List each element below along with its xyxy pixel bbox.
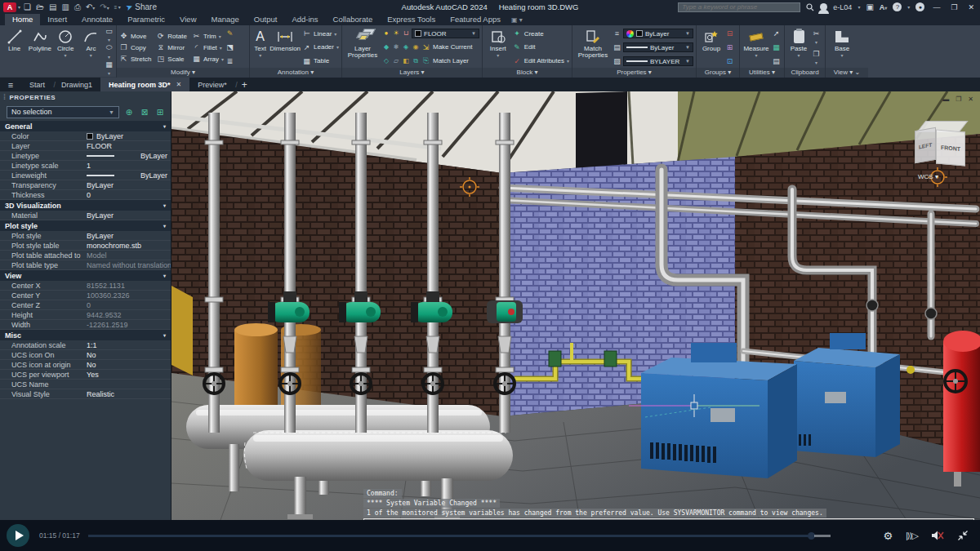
customize-qat-icon[interactable]: ≡ ▾ [114, 4, 121, 10]
clipboard-panel-label[interactable]: Clipboard [785, 68, 825, 78]
property-row[interactable]: Height9442.9532 [0, 310, 171, 320]
layer-vpfreeze-icon[interactable]: ◧ [402, 57, 410, 65]
property-row[interactable]: UCS per viewportYes [0, 370, 171, 380]
property-value[interactable]: Named without translation... [87, 261, 171, 269]
annotation-panel-label[interactable]: Annotation ▾ [250, 68, 341, 78]
modify-panel-label[interactable]: Modify ▾ [117, 68, 249, 78]
search-input[interactable] [678, 2, 800, 12]
utilities-panel-label[interactable]: Utilities ▾ [740, 68, 784, 78]
property-value[interactable]: 1 [87, 162, 171, 170]
open-file-icon[interactable]: 🗁 [36, 2, 44, 11]
block-edit-button[interactable]: ✎Edit [513, 42, 569, 52]
layer-lock-icon[interactable]: ◈ [402, 43, 410, 51]
property-row[interactable]: TransparencyByLayer [0, 180, 171, 190]
new-drawing-tab-button[interactable]: + [235, 78, 254, 91]
transparency-icon[interactable]: ▨ [612, 57, 621, 65]
match-properties-button[interactable]: Match Properties [575, 27, 611, 68]
viewport-restore-icon[interactable]: ❐ [956, 96, 961, 103]
layer-on-icon[interactable]: ● [382, 29, 390, 38]
ribbon-display-toggle-icon[interactable]: ▣ ▾ [511, 16, 523, 24]
notification-icon[interactable]: ● [915, 2, 924, 11]
select-objects-icon[interactable]: ⊠ [139, 107, 150, 118]
restore-button[interactable]: ❐ [948, 3, 960, 11]
paste-button[interactable]: Paste▾ [787, 27, 810, 68]
viewport-minimize-icon[interactable]: ▬ [942, 96, 949, 103]
ribbon-tab-featured-apps[interactable]: Featured Apps [443, 14, 508, 25]
ribbon-tab-view[interactable]: View [172, 14, 203, 25]
layer-walk-icon[interactable]: ▱ [392, 57, 400, 65]
property-row[interactable]: Plot styleByLayer [0, 231, 171, 241]
move-button[interactable]: ✥Move [119, 31, 151, 42]
property-value[interactable]: ByLayer [87, 181, 171, 189]
help-icon[interactable]: ? [893, 2, 902, 11]
autodesk-a-icon[interactable]: A▾ [880, 3, 888, 11]
file-tab-start[interactable]: Start/ [21, 78, 53, 91]
layer-off-icon[interactable]: ◉ [412, 43, 420, 51]
property-value[interactable]: Realistic [87, 390, 171, 398]
layer-properties-button[interactable]: Layer Properties [345, 27, 381, 68]
fillet-button[interactable]: ◜Fillet ▾ [192, 42, 224, 53]
property-value[interactable]: 81552.1131 [87, 282, 171, 290]
property-row[interactable]: LineweightByLayer [0, 171, 171, 180]
layer-freeze-icon[interactable]: ❄ [392, 43, 400, 51]
make-current-button[interactable]: ⇲Make Current [421, 42, 472, 52]
match-layer-button[interactable]: ⎘Match Layer [421, 56, 469, 66]
player-settings-icon[interactable]: ⚙ [883, 530, 893, 542]
property-row[interactable]: ColorByLayer [0, 131, 171, 141]
plot-style-dropdown[interactable]: BYLAYER▼ [623, 56, 693, 66]
property-value[interactable]: 0 [87, 191, 171, 199]
property-value[interactable]: -12261.2519 [87, 321, 171, 329]
progress-bar[interactable] [88, 535, 831, 537]
lineweight-settings-icon[interactable]: ≡ [612, 29, 621, 38]
file-tabs-menu-icon[interactable]: ≡ [0, 78, 21, 91]
property-value[interactable]: 100360.2326 [87, 291, 171, 300]
save-icon[interactable]: ▤ [49, 2, 56, 11]
property-row[interactable]: Plot style tablemonochrome.stb [0, 241, 171, 251]
viewcube-left-face[interactable]: LEFT [915, 127, 936, 164]
close-tab-icon[interactable]: ✕ [176, 81, 182, 88]
explode-icon[interactable]: ⬔ [225, 43, 234, 51]
property-row[interactable]: Center Z0 [0, 300, 171, 310]
share-button[interactable]: ➤ Share [126, 2, 157, 11]
property-value[interactable]: 9442.9532 [87, 311, 171, 319]
viewcube-front-face[interactable]: FRONT [936, 129, 965, 166]
ribbon-tab-collaborate[interactable]: Collaborate [326, 14, 381, 25]
user-menu-caret-icon[interactable]: ▾ [858, 4, 860, 10]
app-store-icon[interactable]: ▣ [866, 2, 873, 11]
quick-select-tool-icon[interactable]: ➚ [772, 29, 781, 38]
property-row[interactable]: Width-12261.2519 [0, 320, 171, 330]
block-create-button[interactable]: ✦Create [513, 29, 569, 39]
user-avatar-icon[interactable] [820, 3, 827, 11]
file-tab-preview-[interactable]: Preview*/ [189, 78, 235, 91]
property-row[interactable]: Thickness0 [0, 190, 171, 200]
quick-select-icon[interactable]: ⊞ [154, 107, 166, 118]
property-row[interactable]: MaterialByLayer [0, 211, 171, 220]
quick-calc-icon[interactable]: ▦ [772, 43, 781, 51]
palette-section-view[interactable]: View▾ [0, 270, 171, 281]
property-row[interactable]: UCS Name [0, 380, 171, 389]
playback-speed-icon[interactable]: |⟩⟩▷ [906, 531, 918, 541]
palette-section-plot-style[interactable]: Plot style▾ [0, 220, 171, 231]
property-value[interactable]: ByLayer [87, 171, 171, 180]
base-button[interactable]: Base▾ [828, 27, 856, 68]
undo-icon[interactable]: ↶▾ [86, 2, 95, 11]
text-button[interactable]: A Text▾ [252, 27, 268, 68]
viewcube-wcs-menu[interactable]: WCS ▾ [918, 173, 938, 180]
ribbon-tab-manage[interactable]: Manage [204, 14, 247, 25]
property-row[interactable]: LayerFLOOR [0, 141, 171, 151]
mirror-button[interactable]: ⧖Mirror [156, 42, 187, 53]
palette-grip-icon[interactable]: ⁞ [3, 93, 7, 101]
linear-button[interactable]: ⊢Linear ▾ [302, 29, 339, 39]
property-value[interactable]: FLOOR [87, 142, 171, 150]
property-value[interactable]: ByLayer [87, 132, 171, 140]
ungroup-icon[interactable]: ⊟ [725, 29, 734, 38]
viewcube[interactable]: LEFT FRONT WCS ▾ [913, 119, 972, 198]
plot-style-icon[interactable]: ▤ [612, 43, 621, 51]
palette-section-3d-visualization[interactable]: 3D Visualization▾ [0, 200, 171, 211]
layer-undo-icon[interactable]: ◇ [382, 57, 390, 65]
autocad-logo-icon[interactable]: A [3, 2, 16, 12]
property-value[interactable]: monochrome.stb [87, 242, 171, 250]
copy-clip-icon[interactable]: ❐ ▾ [812, 50, 821, 66]
table-button[interactable]: ▦Table [302, 56, 339, 66]
insert-button[interactable]: Insert▾ [485, 27, 511, 68]
